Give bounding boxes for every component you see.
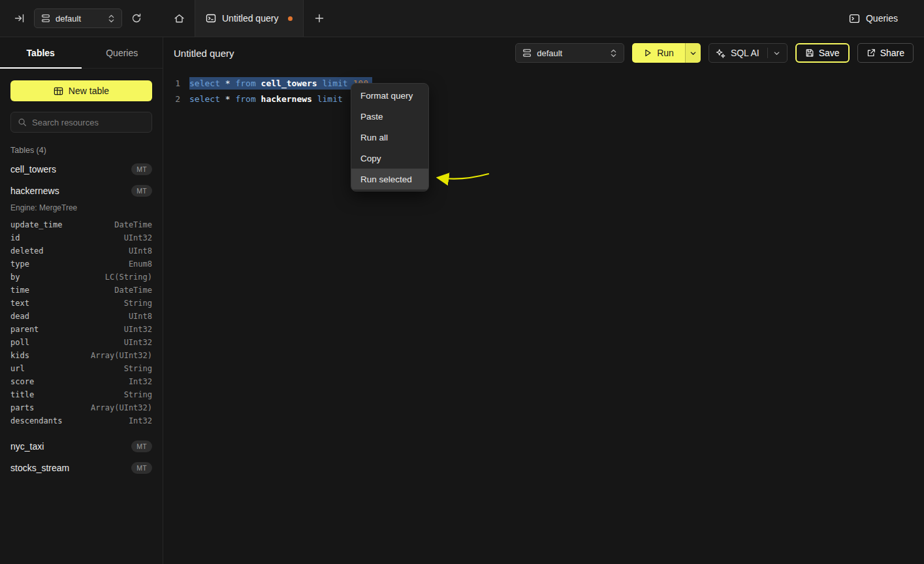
run-button-group: Run — [632, 43, 701, 63]
home-tab[interactable] — [163, 0, 195, 37]
column-type: UInt8 — [129, 246, 152, 256]
new-tab-button[interactable] — [304, 0, 335, 37]
chevron-updown-icon — [108, 14, 115, 23]
sidebar-tabs: Tables Queries — [0, 37, 163, 69]
column-row[interactable]: score Int32 — [10, 375, 152, 388]
column-row[interactable]: kids Array(UInt32) — [10, 349, 152, 362]
column-row[interactable]: update_time DateTime — [10, 218, 152, 231]
sidebar-tab-tables[interactable]: Tables — [0, 37, 82, 68]
menu-item-run-all[interactable]: Run all — [351, 127, 428, 148]
query-tab-icon — [206, 13, 216, 24]
run-options-button[interactable] — [685, 43, 701, 63]
database-selector-toolbar[interactable]: default — [515, 43, 624, 63]
save-button[interactable]: Save — [795, 43, 850, 63]
refresh-icon[interactable] — [131, 13, 142, 24]
annotation-arrow — [430, 167, 495, 190]
column-row[interactable]: poll UInt32 — [10, 336, 152, 349]
column-name: update_time — [10, 220, 62, 229]
search-input[interactable] — [32, 118, 145, 127]
divider — [767, 48, 768, 58]
sql-ai-button[interactable]: SQL AI — [709, 43, 788, 63]
menu-item-format-query[interactable]: Format query — [351, 85, 428, 106]
unsaved-dot — [288, 16, 293, 21]
queries-icon — [849, 13, 860, 24]
table-row[interactable]: nyc_taxi MT — [10, 435, 152, 457]
line-number: 2 — [163, 94, 180, 104]
column-type: UInt32 — [124, 325, 152, 334]
save-label: Save — [819, 48, 840, 58]
column-name: type — [10, 259, 29, 269]
new-table-label: New table — [69, 86, 109, 96]
table-engine: Engine: MergeTree — [10, 201, 152, 218]
column-row[interactable]: parts Array(UInt32) — [10, 401, 152, 414]
column-row[interactable]: by LC(String) — [10, 271, 152, 284]
menu-item-copy[interactable]: Copy — [351, 148, 428, 169]
table-row[interactable]: hackernews MT — [10, 180, 152, 201]
content: Tables Queries New table Tables (4) cell… — [0, 37, 924, 564]
database-selector-topbar[interactable]: default — [34, 8, 122, 28]
database-icon — [41, 14, 50, 23]
search-box — [10, 112, 152, 133]
column-row[interactable]: text String — [10, 297, 152, 310]
plus-icon — [315, 14, 324, 23]
column-name: dead — [10, 312, 29, 321]
database-selector-value: default — [537, 48, 562, 58]
column-type: UInt32 — [124, 338, 152, 347]
database-icon — [522, 48, 532, 58]
column-list: update_time DateTime id UInt32 deleted U… — [10, 218, 152, 435]
code-line[interactable]: 2select * from hackernews limit — [163, 91, 924, 107]
table-name: stocks_stream — [10, 463, 69, 473]
column-row[interactable]: id UInt32 — [10, 231, 152, 244]
column-name: id — [10, 233, 20, 242]
table-badge: MT — [131, 163, 152, 175]
column-row[interactable]: url String — [10, 362, 152, 375]
table-row[interactable]: cell_towers MT — [10, 158, 152, 180]
column-type: String — [124, 364, 152, 373]
column-name: parts — [10, 403, 34, 412]
home-icon — [174, 13, 185, 24]
new-table-button[interactable]: New table — [10, 80, 152, 101]
share-button[interactable]: Share — [857, 43, 914, 63]
search-icon — [18, 118, 27, 127]
main-area: Untitled query default — [163, 37, 924, 564]
code-text[interactable]: select * from cell_towers limit 100 — [189, 77, 372, 90]
run-button[interactable]: Run — [632, 43, 685, 63]
column-row[interactable]: parent UInt32 — [10, 323, 152, 336]
column-row[interactable]: type Enum8 — [10, 257, 152, 271]
column-type: UInt8 — [129, 312, 152, 321]
column-type: DateTime — [114, 286, 152, 295]
context-menu: Format queryPasteRun allCopyRun selected — [351, 83, 429, 191]
column-name: url — [10, 364, 25, 373]
tab-label: Untitled query — [222, 13, 278, 24]
save-icon — [805, 48, 814, 58]
column-row[interactable]: dead UInt8 — [10, 310, 152, 323]
table-name: cell_towers — [10, 164, 56, 174]
table-name: nyc_taxi — [10, 441, 44, 452]
share-label: Share — [880, 48, 904, 58]
column-row[interactable]: title String — [10, 388, 152, 401]
code-text[interactable]: select * from hackernews limit — [189, 94, 343, 104]
queries-button[interactable]: Queries — [849, 0, 924, 37]
tab-strip: Untitled query — [163, 0, 335, 37]
column-row[interactable]: time DateTime — [10, 284, 152, 297]
column-row[interactable]: descendants Int32 — [10, 414, 152, 427]
sidebar: Tables Queries New table Tables (4) cell… — [0, 37, 163, 564]
collapse-sidebar-icon[interactable] — [14, 13, 25, 24]
menu-item-paste[interactable]: Paste — [351, 106, 428, 127]
table-grid-icon — [54, 86, 63, 96]
column-row[interactable]: deleted UInt8 — [10, 244, 152, 257]
menu-item-run-selected[interactable]: Run selected — [351, 169, 428, 190]
column-type: Array(UInt32) — [91, 351, 152, 360]
sql-editor[interactable]: 1select * from cell_towers limit 1002sel… — [163, 69, 924, 107]
column-type: String — [124, 299, 152, 308]
column-name: score — [10, 377, 34, 386]
column-name: time — [10, 286, 29, 295]
table-row[interactable]: stocks_stream MT — [10, 457, 152, 478]
table-badge: MT — [131, 185, 152, 197]
sidebar-tab-queries[interactable]: Queries — [82, 37, 163, 68]
main-header: Untitled query default — [163, 37, 924, 69]
queries-label: Queries — [866, 13, 898, 24]
tab-untitled-query[interactable]: Untitled query — [195, 0, 304, 37]
code-line[interactable]: 1select * from cell_towers limit 100 — [163, 75, 924, 91]
chevron-down-icon[interactable] — [773, 50, 780, 57]
